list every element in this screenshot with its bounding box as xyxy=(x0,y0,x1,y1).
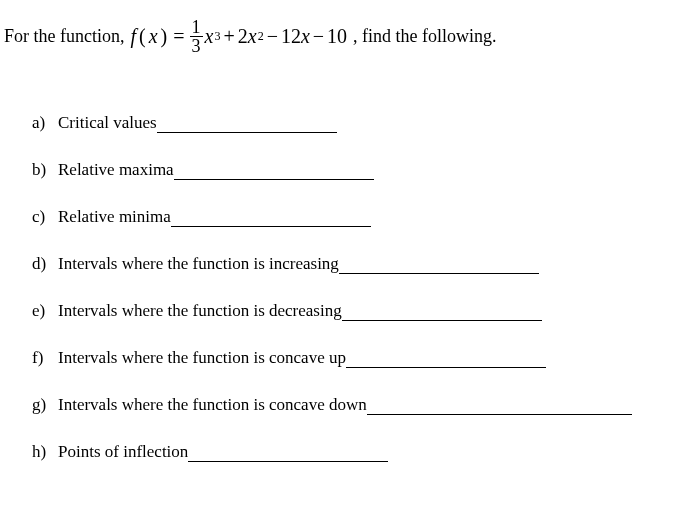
answer-blank[interactable] xyxy=(342,301,542,321)
item-d: d) Intervals where the function is incre… xyxy=(32,254,674,274)
plus-1: + xyxy=(223,25,234,48)
formula-lhs-fn: f xyxy=(130,25,136,48)
answer-blank[interactable] xyxy=(171,207,371,227)
minus-2: − xyxy=(313,25,324,48)
question-list: a) Critical values b) Relative maxima c)… xyxy=(32,113,674,462)
lparen: ( xyxy=(139,25,146,48)
answer-blank[interactable] xyxy=(367,395,632,415)
formula-lhs-var: x xyxy=(149,25,158,48)
answer-blank[interactable] xyxy=(339,254,539,274)
item-letter: c) xyxy=(32,207,58,227)
answer-blank[interactable] xyxy=(188,442,388,462)
function-formula: f(x) = 1 3 x3 + 2x2 − 12x − 10 xyxy=(130,18,347,55)
minus-1: − xyxy=(267,25,278,48)
item-label: Intervals where the function is decreasi… xyxy=(58,301,342,321)
item-f: f) Intervals where the function is conca… xyxy=(32,348,674,368)
item-letter: a) xyxy=(32,113,58,133)
frac-den: 3 xyxy=(190,36,203,55)
frac-num: 1 xyxy=(190,18,203,36)
prompt-suffix: , find the following. xyxy=(353,26,496,47)
equals-sign: = xyxy=(173,25,184,48)
item-letter: h) xyxy=(32,442,58,462)
item-label: Relative maxima xyxy=(58,160,174,180)
item-letter: d) xyxy=(32,254,58,274)
term2-var: x xyxy=(248,25,257,48)
rparen: ) xyxy=(161,25,168,48)
item-label: Intervals where the function is concave … xyxy=(58,395,367,415)
item-c: c) Relative minima xyxy=(32,207,674,227)
item-label: Intervals where the function is increasi… xyxy=(58,254,339,274)
term2-coef: 2 xyxy=(238,25,248,48)
term1-exp: 3 xyxy=(214,29,220,44)
item-label: Critical values xyxy=(58,113,157,133)
term4-const: 10 xyxy=(327,25,347,48)
item-e: e) Intervals where the function is decre… xyxy=(32,301,674,321)
answer-blank[interactable] xyxy=(346,348,546,368)
item-letter: e) xyxy=(32,301,58,321)
item-label: Relative minima xyxy=(58,207,171,227)
worksheet-page: For the function, f(x) = 1 3 x3 + 2x2 − … xyxy=(0,0,678,499)
item-label: Points of inflection xyxy=(58,442,188,462)
prompt-prefix: For the function, xyxy=(4,26,124,47)
answer-blank[interactable] xyxy=(174,160,374,180)
item-a: a) Critical values xyxy=(32,113,674,133)
item-g: g) Intervals where the function is conca… xyxy=(32,395,674,415)
item-letter: f) xyxy=(32,348,58,368)
term3-var: x xyxy=(301,25,310,48)
item-label: Intervals where the function is concave … xyxy=(58,348,346,368)
item-h: h) Points of inflection xyxy=(32,442,674,462)
answer-blank[interactable] xyxy=(157,113,337,133)
term2-exp: 2 xyxy=(258,29,264,44)
prompt-line: For the function, f(x) = 1 3 x3 + 2x2 − … xyxy=(4,18,674,55)
item-b: b) Relative maxima xyxy=(32,160,674,180)
term3-coef: 12 xyxy=(281,25,301,48)
item-letter: g) xyxy=(32,395,58,415)
fraction-one-third: 1 3 xyxy=(190,18,203,55)
term1-var: x xyxy=(205,25,214,48)
item-letter: b) xyxy=(32,160,58,180)
